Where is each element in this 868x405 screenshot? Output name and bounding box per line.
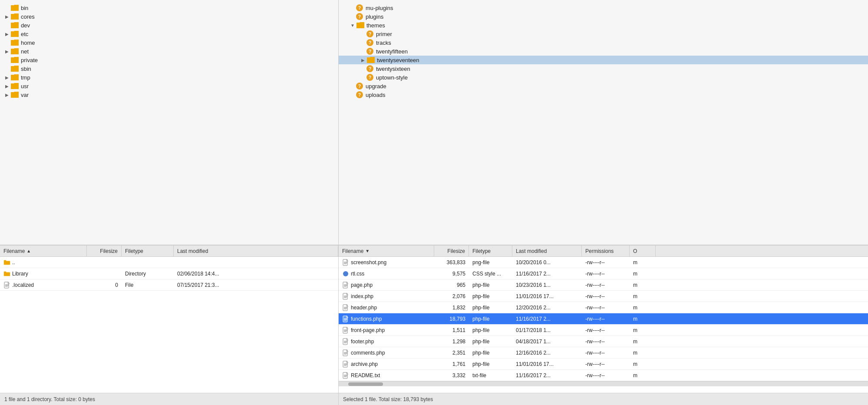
left-tree-item-private[interactable]: private: [0, 56, 338, 64]
expand-arrow: ▶: [3, 93, 10, 97]
left-file-list-pane[interactable]: Filename ▲ Filesize Filetype Last modifi…: [0, 245, 338, 393]
file-name-cell: archive.php: [339, 359, 434, 369]
right-tree-item-themes[interactable]: ▼ themes: [339, 21, 868, 30]
left-col-header-filesize[interactable]: Filesize: [87, 246, 122, 256]
right-col-header-filename[interactable]: Filename ▼: [339, 246, 434, 256]
right-file-row-readmetxt[interactable]: README.txt 3,332 txt-file 11/16/2017 2..…: [339, 370, 868, 381]
file-lastmod-cell: 12/16/2016 2...: [512, 347, 582, 358]
file-permissions-cell: -rw----r--: [582, 347, 630, 358]
file-icon: [342, 293, 349, 300]
svg-rect-0: [11, 6, 19, 11]
right-scrollbar-thumb[interactable]: [348, 382, 383, 386]
folder-icon: [356, 22, 365, 29]
left-tree-item-tmp[interactable]: ▶ tmp: [0, 73, 338, 82]
right-file-list-pane[interactable]: Filename ▼ Filesize Filetype Last modifi…: [339, 245, 868, 393]
left-file-row-localized[interactable]: .localized 0 File 07/15/2017 21:3...: [0, 279, 338, 291]
left-file-row-library[interactable]: Library Directory 02/06/2018 14:4...: [0, 268, 338, 279]
folder-icon: [10, 56, 19, 63]
right-file-row-indexphp[interactable]: index.php 2,076 php-file 11/01/2016 17..…: [339, 291, 868, 302]
file-type-cell: File: [122, 279, 174, 290]
file-lastmod-cell: 11/01/2016 17...: [512, 359, 582, 369]
svg-rect-33: [367, 57, 370, 59]
tree-item-label: sbin: [21, 66, 31, 72]
file-type-cell: php-file: [469, 347, 512, 358]
right-tree-pane[interactable]: ?mu-plugins?plugins▼ themes?primer?track…: [339, 0, 868, 245]
right-tree-item-uploads[interactable]: ?uploads: [339, 90, 868, 99]
left-tree-item-net[interactable]: ▶ net: [0, 47, 338, 56]
right-file-row-archivephp[interactable]: archive.php 1,761 php-file 11/01/2016 17…: [339, 359, 868, 370]
file-icon: [3, 282, 10, 289]
tree-item-label: bin: [21, 5, 28, 11]
left-tree-pane[interactable]: bin▶ cores dev▶ etc home▶ net private sb…: [0, 0, 338, 245]
left-col-header-filetype[interactable]: Filetype: [122, 246, 174, 256]
file-name-cell: screenshot.png: [339, 257, 434, 268]
right-col-header-permissions[interactable]: Permissions: [582, 246, 630, 256]
right-tree-item-twentyfifteen[interactable]: ?twentyfifteen: [339, 47, 868, 56]
left-col-header-filename[interactable]: Filename ▲: [0, 246, 87, 256]
file-name-cell: README.txt: [339, 370, 434, 381]
file-size-cell: 1,832: [434, 302, 469, 313]
right-file-row-footerphp[interactable]: footer.php 1,298 php-file 04/18/2017 1..…: [339, 336, 868, 347]
expand-arrow: ▼: [349, 23, 356, 28]
right-col-header-filetype[interactable]: Filetype: [469, 246, 512, 256]
right-tree-item-tracks[interactable]: ?tracks: [339, 38, 868, 47]
question-icon: ?: [366, 30, 373, 37]
expand-arrow: ▶: [3, 84, 10, 89]
file-size-cell: [87, 257, 122, 268]
right-file-row-functionsphp[interactable]: functions.php 18,793 php-file 11/16/2017…: [339, 313, 868, 325]
left-tree-item-cores[interactable]: ▶ cores: [0, 12, 338, 21]
right-tree-item-primer[interactable]: ?primer: [339, 30, 868, 38]
left-tree-item-var[interactable]: ▶ var: [0, 90, 338, 99]
left-file-row-dotdot[interactable]: ..: [0, 257, 338, 268]
right-tree-item-mu-plugins[interactable]: ?mu-plugins: [339, 3, 868, 12]
file-icon: [342, 259, 349, 266]
right-col-header-o[interactable]: O: [630, 246, 656, 256]
file-permissions-cell: -rw----r--: [582, 268, 630, 279]
right-tree-item-uptown-style[interactable]: ?uptown-style: [339, 73, 868, 82]
file-o-cell: m: [630, 302, 656, 313]
file-size-cell: 1,511: [434, 325, 469, 335]
tree-item-label: uptown-style: [376, 74, 408, 81]
question-icon: ?: [366, 39, 373, 46]
right-tree-item-twentysixteen[interactable]: ?twentysixteen: [339, 64, 868, 73]
svg-rect-16: [11, 76, 19, 80]
svg-rect-15: [11, 66, 14, 67]
file-lastmod-cell: 01/17/2018 1...: [512, 325, 582, 335]
tree-item-label: usr: [21, 83, 29, 90]
right-file-row-screenshot[interactable]: screenshot.png 363,833 png-file 10/20/20…: [339, 257, 868, 268]
file-size-cell: 0: [87, 279, 122, 290]
right-col-header-filesize[interactable]: Filesize: [434, 246, 469, 256]
file-type-cell: Directory: [122, 268, 174, 279]
left-tree-item-sbin[interactable]: sbin: [0, 64, 338, 73]
file-name-cell: front-page.php: [339, 325, 434, 335]
tree-item-label: plugins: [366, 13, 383, 20]
right-file-row-frontpagephp[interactable]: front-page.php 1,511 php-file 01/17/2018…: [339, 325, 868, 336]
right-tree-item-upgrade[interactable]: ?upgrade: [339, 82, 868, 90]
right-tree-item-plugins[interactable]: ?plugins: [339, 12, 868, 21]
left-tree-item-usr[interactable]: ▶ usr: [0, 82, 338, 90]
left-tree-item-home[interactable]: home: [0, 38, 338, 47]
left-tree-item-etc[interactable]: ▶ etc: [0, 30, 338, 38]
file-o-cell: m: [630, 359, 656, 369]
file-o-cell: m: [630, 268, 656, 279]
file-size-cell: 3,332: [434, 370, 469, 381]
left-tree-item-bin[interactable]: bin: [0, 3, 338, 12]
right-file-row-headerphp[interactable]: header.php 1,832 php-file 12/20/2016 2..…: [339, 302, 868, 313]
file-o-cell: m: [630, 325, 656, 335]
right-col-header-lastmod[interactable]: Last modified: [512, 246, 582, 256]
right-file-row-commentsphp[interactable]: comments.php 2,351 php-file 12/16/2016 2…: [339, 347, 868, 359]
file-type-cell: php-file: [469, 279, 512, 290]
left-tree-item-dev[interactable]: dev: [0, 21, 338, 30]
file-lastmod-cell: 07/15/2017 21:3...: [174, 279, 338, 290]
right-tree-item-twentyseventeen[interactable]: ▶ twentyseventeen: [339, 56, 868, 64]
right-file-row-rtlcss[interactable]: rtl.css 9,575 CSS style ... 11/16/2017 2…: [339, 268, 868, 279]
left-col-header-lastmod[interactable]: Last modified: [174, 246, 338, 256]
tree-item-label: home: [21, 40, 35, 46]
right-horizontal-scrollbar[interactable]: [339, 381, 868, 386]
file-name-cell: page.php: [339, 279, 434, 290]
right-file-row-pagephp[interactable]: page.php 965 php-file 10/23/2016 1... -r…: [339, 279, 868, 291]
tree-item-label: dev: [21, 22, 30, 29]
file-name-cell: .localized: [0, 279, 87, 290]
svg-rect-10: [11, 50, 19, 54]
folder-icon: [10, 83, 19, 90]
